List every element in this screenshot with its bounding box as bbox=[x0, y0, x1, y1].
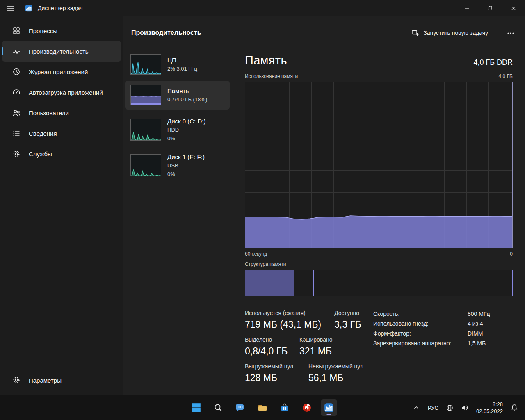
detail-label: Форм-фактор: bbox=[373, 330, 468, 337]
task-manager-taskbar-button[interactable] bbox=[321, 399, 337, 416]
perf-item-memory[interactable]: Память 0,7/4,0 ГБ (18%) bbox=[125, 81, 230, 110]
ellipsis-icon bbox=[507, 32, 514, 34]
disk0-mini-graph bbox=[130, 119, 161, 141]
perf-item-cpu[interactable]: ЦП 2% 3,01 ГГц bbox=[125, 50, 230, 79]
sidebar-item-label: Автозагрузка приложений bbox=[29, 89, 103, 96]
window-title: Диспетчер задач bbox=[38, 5, 83, 11]
memory-mini-graph bbox=[130, 85, 161, 105]
more-options-button[interactable] bbox=[504, 28, 518, 39]
perf-item-subtitle: 0,7/4,0 ГБ (18%) bbox=[167, 96, 207, 103]
close-icon bbox=[511, 5, 516, 11]
speaker-icon bbox=[461, 404, 469, 412]
browser-button[interactable] bbox=[299, 399, 315, 416]
memory-title: Память bbox=[245, 54, 287, 67]
sidebar-item-app-history[interactable]: Журнал приложений bbox=[2, 62, 121, 82]
browser-icon bbox=[302, 403, 312, 413]
perf-item-title: Память bbox=[167, 87, 207, 94]
globe-icon bbox=[446, 404, 454, 412]
services-icon bbox=[12, 150, 21, 158]
stat-label: Доступно bbox=[334, 310, 361, 316]
memory-usage-graph bbox=[245, 82, 513, 248]
titlebar: Диспетчер задач bbox=[0, 0, 525, 16]
microsoft-store-button[interactable] bbox=[276, 399, 293, 416]
detail-row-form-factor: Форм-фактор: DIMM bbox=[373, 330, 516, 340]
sidebar-item-label: Производительность bbox=[29, 48, 89, 55]
task-manager-window: Диспетчер задач Процессы bbox=[0, 0, 525, 420]
perf-item-subtitle: 0% bbox=[167, 135, 205, 142]
sidebar-item-label: Службы bbox=[29, 151, 52, 158]
sidebar-item-services[interactable]: Службы bbox=[2, 144, 121, 164]
file-explorer-button[interactable] bbox=[254, 399, 271, 416]
restore-button[interactable] bbox=[478, 0, 502, 16]
sidebar-item-processes[interactable]: Процессы bbox=[2, 21, 121, 41]
run-new-task-label: Запустить новую задачу bbox=[423, 30, 488, 36]
taskbar: РУС 8:28 02.05.2022 bbox=[0, 395, 525, 420]
memory-composition-bar bbox=[245, 270, 513, 296]
stat-value: 128 МБ bbox=[245, 372, 293, 383]
start-button[interactable] bbox=[188, 399, 204, 416]
sidebar-item-details[interactable]: Сведения bbox=[2, 123, 121, 144]
taskbar-clock[interactable]: 8:28 02.05.2022 bbox=[473, 399, 506, 416]
stat-value: 0,8/4,0 ГБ bbox=[245, 346, 288, 357]
history-icon bbox=[12, 68, 21, 76]
stat-value: 321 МБ bbox=[299, 346, 333, 357]
detail-row-hardware-reserved: Зарезервировано аппаратно: 1,5 МБ bbox=[373, 340, 516, 350]
windows-logo-icon bbox=[191, 403, 201, 413]
sidebar-item-performance[interactable]: Производительность bbox=[2, 41, 121, 62]
bell-icon bbox=[510, 404, 518, 412]
detail-row-speed: Скорость: 800 МГц bbox=[373, 310, 516, 320]
perf-item-subtitle: HDD bbox=[167, 126, 205, 133]
perf-item-disk0[interactable]: Диск 0 (C: D:) HDD 0% bbox=[125, 112, 230, 147]
performance-icon bbox=[12, 47, 21, 55]
sidebar-item-label: Сведения bbox=[29, 130, 57, 137]
composition-segment-modified bbox=[294, 270, 314, 296]
volume-button[interactable] bbox=[458, 399, 471, 416]
memory-usage-label: Использование памяти bbox=[245, 73, 298, 79]
stat-label: Выгружаемый пул bbox=[245, 363, 293, 370]
close-button[interactable] bbox=[502, 0, 525, 16]
stat-available: Доступно 3,3 ГБ bbox=[334, 310, 361, 330]
chat-button[interactable] bbox=[232, 399, 249, 416]
perf-item-disk1[interactable]: Диск 1 (E: F:) USB 0% bbox=[125, 148, 230, 183]
menu-button[interactable] bbox=[0, 0, 21, 16]
run-new-task-button[interactable]: Запустить новую задачу bbox=[406, 25, 493, 40]
language-indicator[interactable]: РУС bbox=[425, 399, 442, 416]
stat-cached: Кэшировано 321 МБ bbox=[299, 336, 333, 357]
composition-segment-in-use bbox=[245, 270, 294, 296]
details-icon bbox=[12, 129, 21, 137]
network-button[interactable] bbox=[443, 399, 457, 416]
memory-capacity: 4,0 ГБ DDR bbox=[473, 58, 513, 67]
stat-label: Выделено bbox=[245, 336, 288, 343]
chat-icon bbox=[235, 403, 245, 413]
new-task-icon bbox=[411, 29, 419, 37]
perf-item-subtitle: USB bbox=[167, 162, 205, 169]
stat-label: Невыгружаемый пул bbox=[308, 363, 363, 370]
stat-label: Используется (сжатая) bbox=[245, 310, 321, 316]
stat-value: 56,1 МБ bbox=[308, 372, 363, 383]
notifications-button[interactable] bbox=[508, 399, 521, 416]
memory-composition-label: Структура памяти bbox=[245, 261, 286, 267]
search-icon bbox=[214, 403, 223, 412]
stat-paged-pool: Выгружаемый пул 128 МБ bbox=[245, 363, 293, 383]
minimize-button[interactable] bbox=[455, 0, 478, 16]
perf-item-subtitle: 2% 3,01 ГГц bbox=[167, 65, 197, 72]
search-button[interactable] bbox=[210, 399, 226, 416]
detail-value: 1,5 МБ bbox=[468, 340, 486, 347]
detail-value: 800 МГц bbox=[468, 310, 490, 317]
tray-expand-button[interactable] bbox=[410, 399, 423, 416]
sidebar-item-label: Пользователи bbox=[29, 110, 69, 116]
detail-value: 4 из 4 bbox=[468, 320, 483, 327]
stat-nonpaged-pool: Невыгружаемый пул 56,1 МБ bbox=[308, 363, 363, 383]
sidebar-item-users[interactable]: Пользователи bbox=[2, 103, 121, 123]
cpu-mini-graph bbox=[130, 54, 161, 75]
sidebar-item-startup-apps[interactable]: Автозагрузка приложений bbox=[2, 82, 121, 103]
detail-label: Зарезервировано аппаратно: bbox=[373, 340, 468, 347]
sidebar-item-label: Параметры bbox=[29, 377, 62, 384]
sidebar: Процессы Производительность Журнал прило… bbox=[0, 16, 123, 395]
stat-value: 3,3 ГБ bbox=[334, 319, 361, 330]
perf-item-title: Диск 0 (C: D:) bbox=[167, 118, 205, 125]
chevron-up-icon bbox=[413, 404, 420, 411]
sidebar-item-settings[interactable]: Параметры bbox=[2, 370, 121, 390]
clock-date: 02.05.2022 bbox=[476, 408, 503, 415]
restore-icon bbox=[487, 5, 493, 11]
